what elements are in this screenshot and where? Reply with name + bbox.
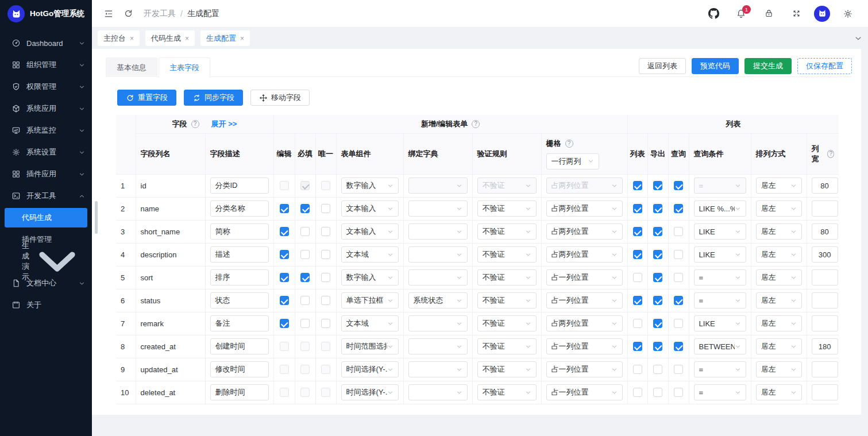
widget-select[interactable]: 单选下拉框 — [341, 292, 399, 308]
align-select[interactable]: 居左 — [756, 200, 802, 217]
expand-link[interactable]: 展开 >> — [211, 119, 237, 129]
widget-select[interactable]: 文本域 — [341, 315, 399, 331]
column-width-input[interactable]: 300 — [812, 246, 838, 263]
rule-select[interactable]: 不验证 — [477, 384, 537, 400]
preview-code-button[interactable]: 预览代码 — [692, 58, 739, 74]
field-desc-input[interactable]: 分类名称 — [210, 200, 269, 217]
edit-checkbox[interactable] — [280, 273, 289, 282]
export-checkbox[interactable] — [653, 342, 662, 351]
list-checkbox[interactable] — [633, 342, 642, 351]
query-checkbox[interactable] — [674, 250, 683, 259]
list-checkbox[interactable] — [633, 250, 642, 259]
grid-select[interactable]: 占一列位置 — [546, 384, 623, 400]
github-icon[interactable] — [704, 4, 723, 24]
query-checkbox[interactable] — [674, 204, 683, 213]
column-width-input[interactable]: 80 — [812, 223, 838, 240]
query-checkbox[interactable] — [674, 296, 683, 305]
dict-select[interactable]: 系统状态 — [408, 292, 468, 308]
column-width-input[interactable]: 80 — [812, 178, 838, 194]
grid-select[interactable]: 占两列位置 — [546, 315, 623, 331]
export-checkbox[interactable] — [653, 296, 662, 305]
breadcrumb-section[interactable]: 开发工具 — [144, 9, 176, 19]
list-checkbox[interactable] — [633, 365, 642, 374]
list-checkbox[interactable] — [633, 204, 642, 213]
field-desc-input[interactable]: 简称 — [210, 223, 269, 240]
query-checkbox[interactable] — [674, 181, 683, 190]
fullscreen-icon[interactable] — [786, 4, 806, 24]
widget-select[interactable]: 文本域 — [341, 246, 399, 263]
field-desc-input[interactable]: 删除时间 — [210, 384, 269, 400]
help-icon[interactable]: ? — [827, 150, 834, 158]
dict-select[interactable] — [408, 200, 468, 217]
dict-select[interactable] — [408, 315, 468, 331]
grid-select[interactable]: 占一列位置 — [546, 269, 623, 285]
sidebar-item-dev-tools[interactable]: 开发工具 — [0, 185, 92, 207]
sidebar-item-about[interactable]: 关于 — [0, 294, 92, 316]
notifications-bell-icon[interactable]: 1 — [731, 4, 751, 24]
rule-select[interactable]: 不验证 — [477, 223, 537, 240]
unique-checkbox[interactable] — [321, 296, 330, 305]
scrollbar-thumb[interactable] — [95, 201, 98, 234]
grid-select[interactable]: 占一列位置 — [546, 338, 623, 354]
sync-fields-button[interactable]: 同步字段 — [184, 90, 243, 106]
query-checkbox[interactable] — [674, 319, 683, 328]
query-condition-select[interactable]: LIKE — [694, 246, 746, 263]
widget-select[interactable]: 文本输入 — [341, 223, 399, 240]
query-condition-select[interactable]: = — [694, 269, 746, 285]
required-checkbox[interactable] — [300, 204, 310, 213]
widget-select[interactable]: 时间选择(Y-... — [341, 384, 399, 400]
rule-select[interactable]: 不验证 — [477, 292, 537, 308]
edit-checkbox[interactable] — [280, 296, 289, 305]
align-select[interactable]: 居左 — [756, 292, 802, 308]
widget-select[interactable]: 数字输入 — [341, 269, 399, 285]
unique-checkbox[interactable] — [321, 227, 330, 236]
help-icon[interactable]: ? — [565, 140, 573, 148]
grid-select[interactable]: 占两列位置 — [546, 246, 623, 263]
page-tab-console[interactable]: 主控台× — [98, 30, 140, 46]
export-checkbox[interactable] — [653, 181, 662, 190]
widget-select[interactable]: 数字输入 — [341, 178, 399, 194]
required-checkbox[interactable] — [300, 319, 310, 328]
column-width-input[interactable]: 180 — [812, 338, 838, 354]
tab-main-fields[interactable]: 主表字段 — [159, 57, 210, 78]
query-checkbox[interactable] — [674, 342, 683, 351]
edit-checkbox[interactable] — [280, 319, 289, 328]
column-width-input[interactable] — [812, 384, 838, 400]
align-select[interactable]: 居左 — [756, 223, 802, 240]
unique-checkbox[interactable] — [321, 273, 330, 282]
list-checkbox[interactable] — [633, 388, 642, 397]
app-logo[interactable]: HotGo管理系统 — [0, 0, 92, 28]
edit-checkbox[interactable] — [280, 227, 289, 236]
export-checkbox[interactable] — [653, 204, 662, 213]
list-checkbox[interactable] — [633, 319, 642, 328]
unique-checkbox[interactable] — [321, 204, 330, 213]
sidebar-item-sys-app[interactable]: 系统应用 — [0, 98, 92, 119]
query-condition-select[interactable]: BETWEEN — [694, 338, 746, 354]
align-select[interactable]: 居左 — [756, 338, 802, 354]
column-width-input[interactable] — [812, 292, 838, 308]
page-tab-gen-config[interactable]: 生成配置× — [200, 30, 250, 46]
query-condition-select[interactable]: = — [694, 384, 746, 400]
export-checkbox[interactable] — [653, 388, 662, 397]
query-condition-select[interactable]: = — [694, 361, 746, 377]
submit-generate-button[interactable]: 提交生成 — [744, 58, 792, 74]
export-checkbox[interactable] — [653, 365, 662, 374]
save-config-only-button[interactable]: 仅保存配置 — [797, 58, 852, 74]
dict-select[interactable] — [408, 223, 468, 240]
rule-select[interactable]: 不验证 — [477, 269, 537, 285]
sidebar-item-code-gen[interactable]: 代码生成 — [5, 208, 87, 227]
help-icon[interactable]: ? — [191, 120, 199, 128]
field-desc-input[interactable]: 排序 — [210, 269, 269, 285]
collapse-sidebar-icon[interactable] — [99, 4, 118, 24]
edit-checkbox[interactable] — [280, 204, 289, 213]
column-width-input[interactable] — [812, 361, 838, 377]
grid-select[interactable]: 占一列位置 — [546, 292, 623, 308]
sidebar-item-gen-demo[interactable]: 生成演示 — [0, 250, 92, 272]
dict-select[interactable] — [408, 361, 468, 377]
query-condition-select[interactable]: LIKE %...% — [694, 200, 746, 217]
align-select[interactable]: 居左 — [756, 361, 802, 377]
column-width-input[interactable] — [812, 200, 838, 217]
grid-layout-select[interactable]: 一行两列 — [546, 153, 599, 169]
field-desc-input[interactable]: 创建时间 — [210, 338, 269, 354]
field-desc-input[interactable]: 分类ID — [210, 178, 269, 194]
